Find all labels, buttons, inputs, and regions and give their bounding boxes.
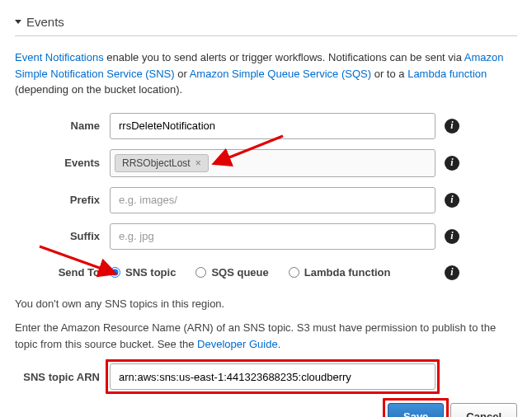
intro-or: or xyxy=(175,68,190,80)
sqs-radio-text: SQS queue xyxy=(211,266,268,279)
info-icon[interactable]: i xyxy=(445,193,459,208)
cancel-button[interactable]: Cancel xyxy=(450,403,517,417)
lambda-radio-label[interactable]: Lambda function xyxy=(289,266,391,279)
sqs-link[interactable]: Amazon Simple Queue Service (SQS) xyxy=(190,68,371,80)
no-topics-note: You don't own any SNS topics in this reg… xyxy=(15,296,517,312)
prefix-input[interactable] xyxy=(110,187,435,213)
sns-radio-label[interactable]: SNS topic xyxy=(110,266,176,279)
row-prefix: Prefix i xyxy=(15,187,517,213)
row-send-to: Send To SNS topic SQS queue Lambda funct… xyxy=(15,260,517,286)
intro-text: Event Notifications enable you to send a… xyxy=(15,49,517,98)
arn-input[interactable] xyxy=(110,363,435,390)
developer-guide-link[interactable]: Developer Guide xyxy=(197,338,278,350)
lambda-radio-text: Lambda function xyxy=(304,266,391,279)
row-suffix: Suffix i xyxy=(15,223,517,250)
event-notifications-link[interactable]: Event Notifications xyxy=(15,51,104,63)
sqs-radio[interactable] xyxy=(195,267,206,278)
sns-radio[interactable] xyxy=(110,267,120,278)
row-events: Events RRSObjectLost × i xyxy=(15,149,517,177)
intro-span-1: enable you to send alerts or trigger wor… xyxy=(104,51,464,63)
lambda-radio[interactable] xyxy=(289,267,299,278)
sqs-radio-label[interactable]: SQS queue xyxy=(195,266,268,279)
suffix-label: Suffix xyxy=(15,230,110,242)
info-icon[interactable]: i xyxy=(445,119,459,134)
info-icon[interactable]: i xyxy=(445,265,459,280)
info-icon[interactable]: i xyxy=(445,156,459,171)
intro-span-2: or to a xyxy=(371,68,407,80)
arn-help-dot: . xyxy=(278,338,281,350)
lambda-link[interactable]: Lambda function xyxy=(407,68,487,80)
row-arn: SNS topic ARN xyxy=(15,363,517,390)
intro-span-3: (depending on the bucket location). xyxy=(15,83,182,96)
footer-actions: Save Cancel xyxy=(15,403,517,417)
arn-help-note: Enter the Amazon Resource Name (ARN) of … xyxy=(15,320,517,352)
events-header: Events xyxy=(15,15,517,36)
prefix-label: Prefix xyxy=(15,194,110,206)
event-chip: RRSObjectLost × xyxy=(115,154,209,172)
page-title: Events xyxy=(26,15,64,29)
events-label: Events xyxy=(15,157,110,169)
info-icon[interactable]: i xyxy=(445,229,459,244)
caret-down-icon[interactable] xyxy=(15,20,21,24)
name-input[interactable] xyxy=(110,113,435,139)
sns-radio-text: SNS topic xyxy=(125,266,176,279)
chip-close-icon[interactable]: × xyxy=(195,157,201,169)
suffix-input[interactable] xyxy=(110,223,435,250)
row-name: Name i xyxy=(15,113,517,139)
arn-label: SNS topic ARN xyxy=(15,371,110,383)
save-button[interactable]: Save xyxy=(388,403,444,417)
event-chip-label: RRSObjectLost xyxy=(122,157,191,169)
events-tag-input[interactable]: RRSObjectLost × xyxy=(110,149,435,177)
send-to-label: Send To xyxy=(15,266,110,279)
name-label: Name xyxy=(15,119,110,132)
